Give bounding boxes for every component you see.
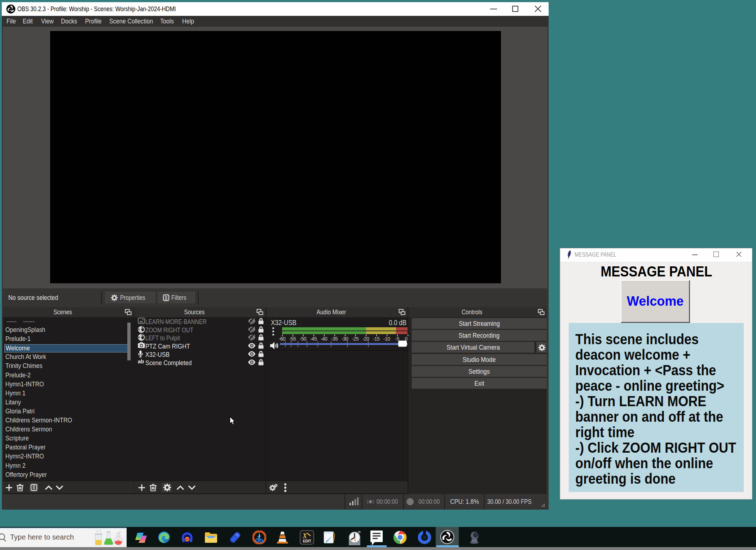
svg-text:EDIT: EDIT xyxy=(303,539,311,543)
svg-text:X: X xyxy=(302,532,307,540)
svg-text:ab: ab xyxy=(138,359,144,364)
